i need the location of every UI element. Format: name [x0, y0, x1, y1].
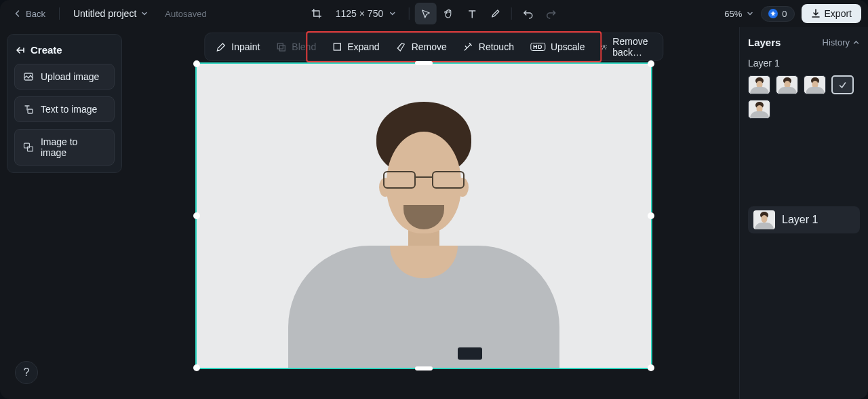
help-icon: ?	[24, 366, 30, 379]
export-label: Export	[825, 8, 852, 19]
hd-icon: HD	[530, 43, 545, 51]
blend-label: Blend	[292, 41, 316, 52]
resize-handle-tr[interactable]	[648, 60, 654, 67]
upload-image-label: Upload image	[41, 71, 99, 82]
variant-thumb-selected[interactable]	[831, 75, 854, 94]
separator	[59, 7, 60, 20]
redo-icon[interactable]	[540, 3, 562, 24]
current-layer-name: Layer 1	[748, 58, 860, 69]
variant-thumb-5[interactable]	[748, 100, 770, 119]
remove-button[interactable]: Remove	[388, 35, 455, 58]
create-arrow-icon	[16, 45, 25, 55]
image-to-image-icon	[23, 142, 34, 153]
help-button[interactable]: ?	[15, 361, 38, 384]
pan-tool-icon[interactable]	[438, 3, 460, 24]
canvas-dimensions: 1125 × 750	[336, 8, 383, 19]
center-tools: 1125 × 750	[306, 3, 562, 24]
svg-rect-5	[279, 45, 285, 51]
text-to-image-button[interactable]: Text to image	[14, 96, 115, 122]
workspace: Create Upload image Text to image Image …	[0, 27, 868, 399]
remove-bg-label: Remove back…	[612, 36, 652, 58]
resize-handle-ml[interactable]	[193, 212, 200, 219]
right-panel: Layers History Layer 1 Layer 1	[739, 27, 868, 399]
history-label: History	[823, 37, 850, 48]
zoom-value: 65%	[724, 9, 742, 19]
upload-image-icon	[23, 71, 34, 82]
top-bar: Back Untitled project Autosaved 1125 × 7…	[0, 0, 868, 27]
history-toggle[interactable]: History	[823, 37, 860, 48]
crop-icon[interactable]	[306, 3, 328, 24]
create-title: Create	[31, 44, 62, 56]
expand-icon	[332, 42, 342, 52]
expand-label: Expand	[347, 41, 379, 52]
retouch-button[interactable]: Retouch	[455, 35, 522, 58]
create-header: Create	[16, 44, 113, 56]
right-panel-header: Layers History	[748, 37, 860, 48]
svg-point-7	[604, 45, 605, 46]
undo-icon[interactable]	[517, 3, 539, 24]
svg-rect-2	[24, 143, 29, 148]
layer-item-1[interactable]: Layer 1	[748, 206, 860, 233]
checkmark-icon	[838, 81, 847, 90]
project-title-dropdown[interactable]: Untitled project	[66, 5, 155, 22]
select-tool-icon[interactable]	[415, 3, 437, 24]
inpaint-button[interactable]: Inpaint	[208, 35, 268, 58]
ai-toolbar: Inpaint Blend Expand Remove Retouch HD U…	[204, 33, 663, 61]
svg-rect-6	[334, 43, 340, 50]
resize-handle-bottom[interactable]	[415, 366, 433, 370]
text-to-image-icon	[23, 104, 34, 115]
variant-thumb-2[interactable]	[776, 75, 798, 94]
export-button[interactable]: Export	[802, 4, 861, 23]
chevron-up-icon	[852, 39, 860, 46]
project-title: Untitled project	[73, 8, 136, 19]
remove-icon	[396, 42, 406, 52]
svg-rect-1	[28, 109, 33, 113]
chevron-down-icon	[140, 10, 149, 18]
canvas-dimensions-dropdown[interactable]: 1125 × 750	[329, 5, 403, 22]
chevron-down-icon	[389, 10, 397, 18]
zoom-dropdown[interactable]: 65%	[724, 9, 754, 19]
layer-item-label: Layer 1	[782, 214, 818, 226]
brush-tool-icon[interactable]	[484, 3, 506, 24]
inpaint-icon	[216, 42, 226, 52]
canvas-area[interactable]: Inpaint Blend Expand Remove Retouch HD U…	[129, 27, 739, 399]
resize-handle-mr[interactable]	[648, 212, 654, 219]
resize-handle-top[interactable]	[415, 61, 433, 65]
left-panel: Create Upload image Text to image Image …	[0, 27, 129, 399]
expand-button[interactable]: Expand	[324, 35, 387, 58]
topbar-right: 65% 0 Export	[724, 4, 861, 23]
upload-image-button[interactable]: Upload image	[14, 64, 115, 90]
portrait-image	[197, 64, 651, 368]
inpaint-label: Inpaint	[231, 41, 260, 52]
chevron-down-icon	[746, 10, 754, 18]
variant-thumb-3[interactable]	[804, 75, 826, 94]
resize-handle-bl[interactable]	[193, 364, 200, 371]
credits-pill[interactable]: 0	[761, 6, 794, 22]
layers-list: Layer 1	[748, 206, 860, 233]
layer-thumb	[753, 210, 775, 229]
image-to-image-button[interactable]: Image to image	[14, 129, 115, 166]
chevron-left-icon	[14, 10, 22, 18]
credits-icon	[768, 9, 778, 18]
blend-button[interactable]: Blend	[268, 35, 324, 58]
back-button[interactable]: Back	[7, 6, 52, 22]
credits-value: 0	[782, 9, 787, 19]
upscale-button[interactable]: HD Upscale	[522, 35, 593, 58]
remove-bg-icon	[601, 42, 608, 52]
retouch-label: Retouch	[479, 41, 514, 52]
blend-icon	[276, 42, 286, 52]
download-icon	[811, 9, 821, 18]
svg-rect-4	[277, 43, 283, 49]
image-to-image-label: Image to image	[41, 136, 106, 158]
separator	[511, 7, 512, 20]
remove-bg-button[interactable]: Remove back…	[593, 35, 660, 58]
svg-rect-3	[27, 147, 33, 151]
create-card: Create Upload image Text to image Image …	[7, 34, 122, 173]
selected-layer-frame[interactable]	[195, 62, 652, 369]
resize-handle-br[interactable]	[648, 364, 654, 371]
text-tool-icon[interactable]	[461, 3, 483, 24]
variant-thumb-1[interactable]	[748, 75, 770, 94]
resize-handle-tl[interactable]	[193, 60, 200, 67]
back-label: Back	[26, 9, 45, 19]
variant-thumbnails	[748, 75, 860, 119]
